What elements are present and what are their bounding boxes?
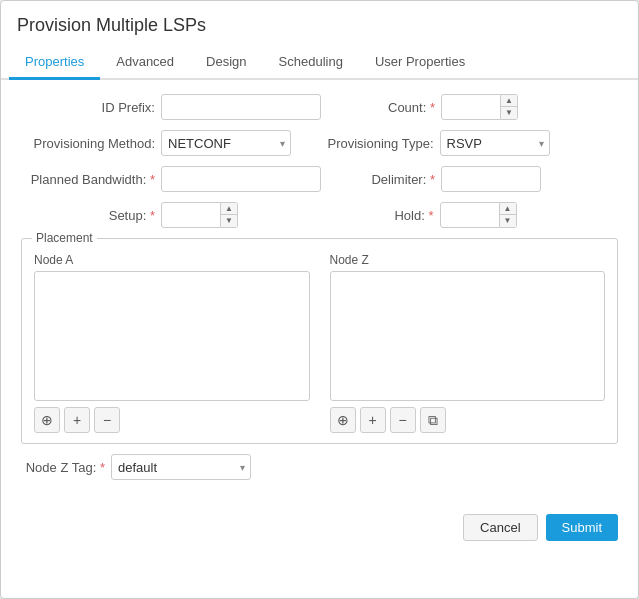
tab-design[interactable]: Design [190, 46, 262, 80]
count-up-button[interactable]: ▲ [501, 95, 517, 107]
prov-type-select-wrapper: RSVP SR ▾ [440, 130, 550, 156]
bandwidth-label: Planned Bandwidth: * [21, 172, 161, 187]
tab-bar: Properties Advanced Design Scheduling Us… [1, 46, 638, 80]
placement-title: Placement [32, 231, 97, 245]
minus-icon: − [398, 412, 406, 428]
prov-type-label: Provisioning Type: [320, 136, 440, 151]
hold-down-button[interactable]: ▼ [500, 215, 516, 227]
form-content: ID Prefix: Count: * 1 ▲ ▼ [1, 80, 638, 504]
dialog-title: Provision Multiple LSPs [1, 1, 638, 46]
globe-icon: ⊕ [41, 412, 53, 428]
node-a-globe-button[interactable]: ⊕ [34, 407, 60, 433]
setup-spinner: 7 ▲ ▼ [161, 202, 238, 228]
bandwidth-input[interactable]: 0 [161, 166, 321, 192]
submit-button[interactable]: Submit [546, 514, 618, 541]
node-z-tag-label: Node Z Tag: * [21, 460, 111, 475]
field-bandwidth: Planned Bandwidth: * 0 [21, 166, 321, 192]
node-z-tag-required: * [100, 460, 105, 475]
count-down-button[interactable]: ▼ [501, 107, 517, 119]
hold-spinner: 7 ▲ ▼ [440, 202, 517, 228]
node-z-section: Node Z ⊕ + − ⧉ [330, 253, 606, 433]
prov-method-select-wrapper: NETCONF CLI ▾ [161, 130, 291, 156]
prov-method-label: Provisioning Method: [21, 136, 161, 151]
node-a-section: Node A ⊕ + − [34, 253, 310, 433]
tab-properties[interactable]: Properties [9, 46, 100, 80]
row-prov-method-type: Provisioning Method: NETCONF CLI ▾ Provi… [21, 130, 618, 156]
copy-icon: ⧉ [428, 412, 438, 429]
delimiter-label: Delimiter: * [321, 172, 441, 187]
field-setup: Setup: * 7 ▲ ▼ [21, 202, 320, 228]
node-a-list[interactable] [34, 271, 310, 401]
node-a-label: Node A [34, 253, 310, 267]
hold-label: Hold: * [320, 208, 440, 223]
field-prov-method: Provisioning Method: NETCONF CLI ▾ [21, 130, 320, 156]
tab-user-properties[interactable]: User Properties [359, 46, 481, 80]
hold-input[interactable]: 7 [440, 202, 500, 228]
tab-advanced[interactable]: Advanced [100, 46, 190, 80]
globe-icon: ⊕ [337, 412, 349, 428]
node-z-label: Node Z [330, 253, 606, 267]
id-prefix-label: ID Prefix: [21, 100, 161, 115]
id-prefix-input[interactable] [161, 94, 321, 120]
node-z-tag-select-wrapper: default ▾ [111, 454, 251, 480]
node-z-remove-button[interactable]: − [390, 407, 416, 433]
setup-label: Setup: * [21, 208, 161, 223]
hold-required: * [428, 208, 433, 223]
hold-up-button[interactable]: ▲ [500, 203, 516, 215]
prov-method-select[interactable]: NETCONF CLI [161, 130, 291, 156]
field-delimiter: Delimiter: * _ [321, 166, 618, 192]
prov-type-select[interactable]: RSVP SR [440, 130, 550, 156]
field-count: Count: * 1 ▲ ▼ [321, 94, 618, 120]
node-z-globe-button[interactable]: ⊕ [330, 407, 356, 433]
provision-dialog: Provision Multiple LSPs Properties Advan… [0, 0, 639, 599]
node-z-actions: ⊕ + − ⧉ [330, 407, 606, 433]
node-z-tag-select[interactable]: default [111, 454, 251, 480]
setup-spinner-buttons: ▲ ▼ [221, 202, 238, 228]
count-input[interactable]: 1 [441, 94, 501, 120]
placement-nodes: Node A ⊕ + − [34, 253, 605, 433]
footer-actions: Cancel Submit [1, 504, 638, 557]
delimiter-input[interactable]: _ [441, 166, 541, 192]
bandwidth-required: * [150, 172, 155, 187]
cancel-button[interactable]: Cancel [463, 514, 537, 541]
setup-up-button[interactable]: ▲ [221, 203, 237, 215]
minus-icon: − [103, 412, 111, 428]
setup-required: * [150, 208, 155, 223]
count-spinner: 1 ▲ ▼ [441, 94, 518, 120]
node-a-add-button[interactable]: + [64, 407, 90, 433]
node-a-remove-button[interactable]: − [94, 407, 120, 433]
tab-scheduling[interactable]: Scheduling [263, 46, 359, 80]
node-z-copy-button[interactable]: ⧉ [420, 407, 446, 433]
field-hold: Hold: * 7 ▲ ▼ [320, 202, 619, 228]
plus-icon: + [368, 412, 376, 428]
row-id-prefix-count: ID Prefix: Count: * 1 ▲ ▼ [21, 94, 618, 120]
hold-spinner-buttons: ▲ ▼ [500, 202, 517, 228]
node-z-add-button[interactable]: + [360, 407, 386, 433]
setup-down-button[interactable]: ▼ [221, 215, 237, 227]
plus-icon: + [73, 412, 81, 428]
count-spinner-buttons: ▲ ▼ [501, 94, 518, 120]
count-required: * [430, 100, 435, 115]
row-bandwidth-delimiter: Planned Bandwidth: * 0 Delimiter: * _ [21, 166, 618, 192]
row-setup-hold: Setup: * 7 ▲ ▼ Hold: * 7 [21, 202, 618, 228]
node-z-tag-row: Node Z Tag: * default ▾ [21, 454, 618, 480]
field-id-prefix: ID Prefix: [21, 94, 321, 120]
field-prov-type: Provisioning Type: RSVP SR ▾ [320, 130, 619, 156]
setup-input[interactable]: 7 [161, 202, 221, 228]
placement-section: Placement Node A ⊕ + − [21, 238, 618, 444]
delimiter-required: * [430, 172, 435, 187]
count-label: Count: * [321, 100, 441, 115]
node-z-list[interactable] [330, 271, 606, 401]
node-a-actions: ⊕ + − [34, 407, 310, 433]
